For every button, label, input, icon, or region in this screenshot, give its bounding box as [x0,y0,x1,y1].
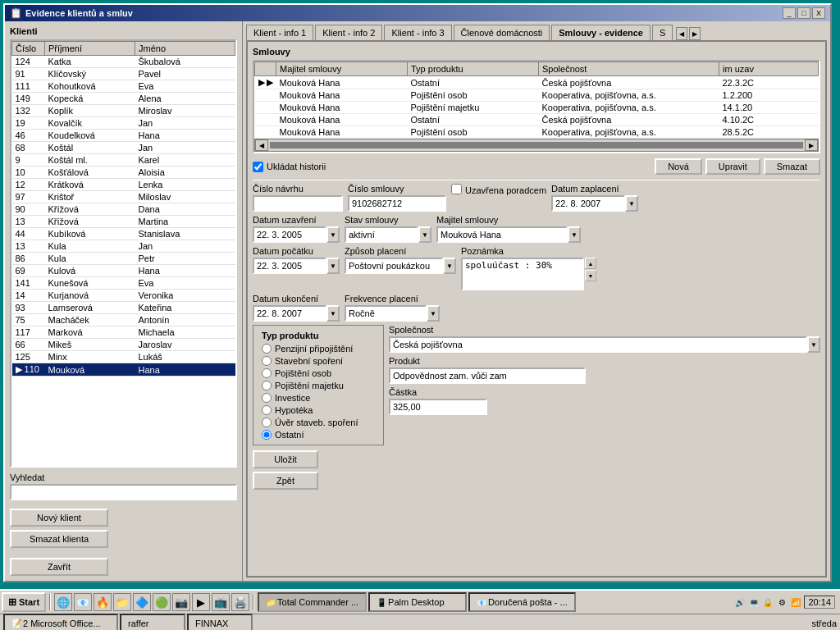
datum-pocatku-input[interactable] [253,258,326,274]
tab-klient-info3[interactable]: Klient - info 3 [384,25,451,40]
upravit-button[interactable]: Upravit [705,158,760,175]
majitel-smlouvy-btn[interactable]: ▼ [568,226,581,243]
frekvence-placeni-btn[interactable]: ▼ [427,305,440,322]
ulozit-button[interactable]: Uložit [253,450,318,468]
search-input[interactable] [10,484,237,500]
radio-input-0[interactable] [262,344,272,354]
datum-pocatku-btn[interactable]: ▼ [326,258,340,274]
client-row[interactable]: 125MinxLukáš [12,351,235,363]
client-row[interactable]: 10KošťálováAloisia [12,167,235,179]
client-row[interactable]: 46KoudelkováHana [12,130,235,142]
radio-label-4[interactable]: Investice [262,393,375,403]
radio-label-1[interactable]: Stavební spoření [262,356,375,366]
tab-klient-info1[interactable]: Klient - info 1 [246,25,313,40]
cislo-navrhu-input[interactable] [253,195,343,212]
radio-label-0[interactable]: Penzijní připojištění [262,344,375,354]
horizontal-scrollbar[interactable]: ◀ ▶ [254,139,819,152]
radio-input-6[interactable] [262,418,272,427]
majitel-smlouvy-input[interactable] [436,226,568,243]
datum-uzavreni-btn[interactable]: ▼ [326,226,340,243]
radio-input-7[interactable] [262,430,272,440]
start-button[interactable]: ⊞ Start [2,592,46,612]
spolecnost-btn[interactable]: ▼ [807,336,820,353]
tray-icon4[interactable]: ⚙ [775,596,788,609]
datum-ukonceni-btn[interactable]: ▼ [326,305,340,322]
quicklaunch-icon8[interactable]: ▶ [192,593,210,611]
tab-clenove[interactable]: Členové domácnosti [454,25,550,40]
radio-input-4[interactable] [262,393,272,403]
radio-input-1[interactable] [262,356,272,366]
novy-klient-button[interactable]: Nový klient [10,509,108,527]
client-row[interactable]: 93LamserováKateřina [12,302,235,314]
tab-s[interactable]: S [652,25,673,40]
frekvence-placeni-input[interactable] [345,305,427,322]
client-row[interactable]: 97KrištořMiloslav [12,191,235,203]
client-row[interactable]: 86KulaPetr [12,253,235,265]
uzavrena-checkbox[interactable] [451,184,462,194]
smazat-klienta-button[interactable]: Smazat klienta [10,530,108,548]
radio-label-2[interactable]: Pojištění osob [262,368,375,378]
stav-smlouvy-btn[interactable]: ▼ [418,226,431,243]
smlouvy-row[interactable]: Mouková HanaPojištění osobKooperativa, p… [255,89,819,102]
tab-nav-left[interactable]: ◀ [676,27,687,40]
smlouvy-row[interactable]: Mouková HanaPojištění osobKooperativa, p… [255,126,819,139]
client-row[interactable]: 69KulováHana [12,265,235,277]
radio-input-2[interactable] [262,368,272,378]
zpet-button[interactable]: Zpět [253,472,318,490]
taskbar-item-posta[interactable]: 📧 Doručená pošta - ... [468,592,576,612]
client-row[interactable]: 44KubíkováStanislava [12,228,235,240]
smlouvy-row[interactable]: Mouková HanaOstatníČeská pojišťovna4.10.… [255,114,819,126]
tab-smlouvy[interactable]: Smlouvy - evidence [551,25,651,40]
minimize-button[interactable]: _ [783,7,796,19]
spolecnost-input[interactable] [389,336,807,353]
quicklaunch-icon1[interactable]: 🌐 [54,593,72,611]
radio-label-3[interactable]: Pojištění majetku [262,381,375,390]
castka-input[interactable] [389,399,487,415]
taskbar-item-totalcmd[interactable]: 📁 Total Commander ... [258,592,367,612]
tray-icon3[interactable]: 🔒 [761,596,774,609]
datum-uzavreni-input[interactable] [253,226,326,243]
client-row[interactable]: 12KrátkováLenka [12,179,235,191]
radio-input-5[interactable] [262,405,272,415]
client-row[interactable]: 9Koštál ml.Karel [12,154,235,167]
close-button[interactable]: X [812,7,825,19]
scroll-right-btn[interactable]: ▶ [805,139,818,151]
client-row[interactable]: 68KoštálJan [12,142,235,154]
client-row[interactable]: 132KoplíkMiroslav [12,105,235,117]
tab-nav-right[interactable]: ▶ [689,27,701,40]
taskbar-item-finnax[interactable]: FINNAX [187,614,253,631]
taskbar-item-palm[interactable]: 📱 Palm Desktop [368,592,467,612]
radio-label-5[interactable]: Hypotéka [262,405,375,415]
radio-input-3[interactable] [262,381,272,390]
taskbar-item-raffer[interactable]: raffer [120,614,185,631]
datum-zaplaceni-input[interactable] [551,195,625,212]
quicklaunch-icon2[interactable]: 📧 [74,593,92,611]
smlouvy-row[interactable]: Mouková HanaPojištění majetkuKooperativa… [255,102,819,114]
client-row[interactable]: 14KurjanováVeronika [12,290,235,302]
nova-button[interactable]: Nová [655,158,702,175]
tray-icon5[interactable]: 📶 [789,596,802,609]
produkt-input[interactable] [389,368,586,384]
tray-icon1[interactable]: 🔊 [733,596,746,609]
client-row[interactable]: 19KovalčíkJan [12,117,235,130]
zpusob-placeni-input[interactable] [345,258,443,274]
client-row[interactable]: 91KlíčovskýPavel [12,68,235,80]
quicklaunch-icon9[interactable]: 📺 [212,593,230,611]
quicklaunch-icon4[interactable]: 📁 [113,593,131,611]
tab-klient-info2[interactable]: Klient - info 2 [315,25,382,40]
client-row[interactable]: 124KatkaŠkubalová [12,56,235,68]
client-row-selected[interactable]: ▶ 110MoukováHana [12,363,235,377]
client-row[interactable]: 149KopeckáAlena [12,93,235,105]
client-row[interactable]: 66MikešJaroslav [12,339,235,351]
tray-icon2[interactable]: 💻 [747,596,760,609]
datum-zaplaceni-btn[interactable]: ▼ [625,195,638,212]
client-row[interactable]: 90KřížováDana [12,203,235,216]
client-row[interactable]: 111KohoutkováEva [12,80,235,93]
poznamka-textarea[interactable]: spoluúčast : 30% [461,258,584,290]
radio-label-7[interactable]: Ostatní [262,430,375,440]
poznamka-scroll-down[interactable]: ▼ [585,270,596,281]
cislo-smlouvy-input[interactable] [348,195,446,212]
zavrit-button[interactable]: Zavřít [10,558,108,576]
zpusob-placeni-btn[interactable]: ▼ [443,258,456,274]
quicklaunch-icon10[interactable]: 🖨️ [231,593,249,611]
